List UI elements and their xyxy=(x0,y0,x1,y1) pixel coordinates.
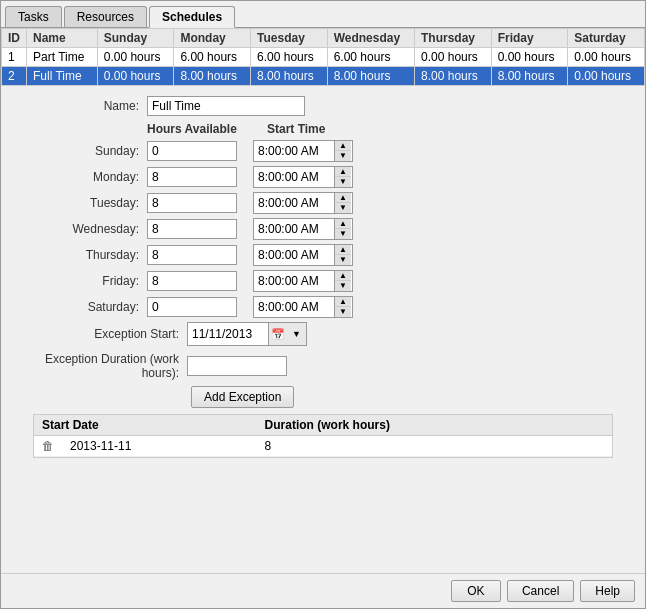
hours-input-5[interactable] xyxy=(147,271,237,291)
col-header-thursday: Thursday xyxy=(415,29,492,48)
day-row-4: Thursday:▲▼ xyxy=(17,244,629,266)
hours-input-0[interactable] xyxy=(147,141,237,161)
time-spinner-1: ▲▼ xyxy=(334,167,351,187)
time-spinner-5: ▲▼ xyxy=(334,271,351,291)
hours-available-label: Hours Available xyxy=(147,122,247,136)
main-window: Tasks Resources Schedules ID Name Sunday… xyxy=(0,0,646,609)
col-header-id: ID xyxy=(2,29,27,48)
time-spinner-0: ▲▼ xyxy=(334,141,351,161)
day-label-6: Saturday: xyxy=(17,300,147,314)
time-input-4[interactable] xyxy=(254,246,334,264)
time-up-btn-1[interactable]: ▲ xyxy=(335,167,351,177)
time-input-6[interactable] xyxy=(254,298,334,316)
hours-input-6[interactable] xyxy=(147,297,237,317)
time-down-btn-6[interactable]: ▼ xyxy=(335,307,351,317)
col-header-saturday: Saturday xyxy=(568,29,645,48)
time-input-1[interactable] xyxy=(254,168,334,186)
form-area: Name: Hours Available Start Time Sunday:… xyxy=(1,86,645,573)
tab-resources[interactable]: Resources xyxy=(64,6,147,27)
exception-table-row[interactable]: 🗑2013-11-118 xyxy=(34,436,612,457)
exception-duration-row: Exception Duration (work hours): xyxy=(17,352,629,380)
exception-start-input-wrap: 📅 ▼ xyxy=(187,322,307,346)
time-spinner-3: ▲▼ xyxy=(334,219,351,239)
time-up-btn-2[interactable]: ▲ xyxy=(335,193,351,203)
time-input-5[interactable] xyxy=(254,272,334,290)
name-label: Name: xyxy=(17,99,147,113)
schedule-table: ID Name Sunday Monday Tuesday Wednesday … xyxy=(1,28,645,86)
start-time-header-label: Start Time xyxy=(267,122,397,136)
day-row-6: Saturday:▲▼ xyxy=(17,296,629,318)
exception-duration-label: Exception Duration (work hours): xyxy=(17,352,187,380)
day-label-4: Thursday: xyxy=(17,248,147,262)
hours-input-4[interactable] xyxy=(147,245,237,265)
time-spinner-4: ▲▼ xyxy=(334,245,351,265)
table-row[interactable]: 2Full Time0.00 hours8.00 hours8.00 hours… xyxy=(2,67,645,86)
time-up-btn-6[interactable]: ▲ xyxy=(335,297,351,307)
col-header-name: Name xyxy=(27,29,98,48)
time-spinner-6: ▲▼ xyxy=(334,297,351,317)
exception-col-start-date: Start Date xyxy=(34,415,257,436)
hours-input-2[interactable] xyxy=(147,193,237,213)
ok-button[interactable]: OK xyxy=(451,580,501,602)
day-label-3: Wednesday: xyxy=(17,222,147,236)
calendar-button[interactable]: 📅 xyxy=(268,323,287,345)
exception-table-wrap: Start Date Duration (work hours) 🗑2013-1… xyxy=(33,414,613,458)
time-down-btn-0[interactable]: ▼ xyxy=(335,151,351,161)
time-spinner-2: ▲▼ xyxy=(334,193,351,213)
add-exception-button[interactable]: Add Exception xyxy=(191,386,294,408)
name-input[interactable] xyxy=(147,96,305,116)
day-row-2: Tuesday:▲▼ xyxy=(17,192,629,214)
time-wrap-0: ▲▼ xyxy=(253,140,353,162)
time-wrap-6: ▲▼ xyxy=(253,296,353,318)
time-up-btn-5[interactable]: ▲ xyxy=(335,271,351,281)
day-row-3: Wednesday:▲▼ xyxy=(17,218,629,240)
hours-section: Hours Available Start Time xyxy=(147,122,629,136)
time-wrap-2: ▲▼ xyxy=(253,192,353,214)
tab-bar: Tasks Resources Schedules xyxy=(1,1,645,28)
time-wrap-1: ▲▼ xyxy=(253,166,353,188)
time-input-3[interactable] xyxy=(254,220,334,238)
time-down-btn-2[interactable]: ▼ xyxy=(335,203,351,213)
exception-start-input[interactable] xyxy=(188,325,268,343)
col-header-friday: Friday xyxy=(491,29,568,48)
exception-duration: 8 xyxy=(257,436,612,457)
exception-start-label: Exception Start: xyxy=(17,327,187,341)
time-down-btn-4[interactable]: ▼ xyxy=(335,255,351,265)
exception-duration-input[interactable] xyxy=(187,356,287,376)
tab-tasks[interactable]: Tasks xyxy=(5,6,62,27)
day-label-1: Monday: xyxy=(17,170,147,184)
delete-icon[interactable]: 🗑 xyxy=(42,439,54,453)
hours-input-3[interactable] xyxy=(147,219,237,239)
cancel-button[interactable]: Cancel xyxy=(507,580,574,602)
tab-schedules[interactable]: Schedules xyxy=(149,6,235,28)
table-row[interactable]: 1Part Time0.00 hours6.00 hours6.00 hours… xyxy=(2,48,645,67)
exception-start-date: 2013-11-11 xyxy=(62,436,257,457)
time-down-btn-3[interactable]: ▼ xyxy=(335,229,351,239)
time-down-btn-5[interactable]: ▼ xyxy=(335,281,351,291)
date-dropdown-button[interactable]: ▼ xyxy=(287,323,306,345)
day-rows-container: Sunday:▲▼Monday:▲▼Tuesday:▲▼Wednesday:▲▼… xyxy=(17,140,629,318)
name-row: Name: xyxy=(17,96,629,116)
time-down-btn-1[interactable]: ▼ xyxy=(335,177,351,187)
col-header-monday: Monday xyxy=(174,29,251,48)
time-up-btn-3[interactable]: ▲ xyxy=(335,219,351,229)
exception-table: Start Date Duration (work hours) 🗑2013-1… xyxy=(34,415,612,457)
hours-input-1[interactable] xyxy=(147,167,237,187)
time-input-2[interactable] xyxy=(254,194,334,212)
exception-start-row: Exception Start: 📅 ▼ xyxy=(17,322,629,346)
time-up-btn-4[interactable]: ▲ xyxy=(335,245,351,255)
day-label-2: Tuesday: xyxy=(17,196,147,210)
hours-header: Hours Available Start Time xyxy=(147,122,629,136)
time-input-0[interactable] xyxy=(254,142,334,160)
day-label-0: Sunday: xyxy=(17,144,147,158)
time-wrap-5: ▲▼ xyxy=(253,270,353,292)
time-up-btn-0[interactable]: ▲ xyxy=(335,141,351,151)
day-row-1: Monday:▲▼ xyxy=(17,166,629,188)
col-header-tuesday: Tuesday xyxy=(251,29,328,48)
col-header-sunday: Sunday xyxy=(97,29,174,48)
col-header-wednesday: Wednesday xyxy=(327,29,414,48)
time-wrap-4: ▲▼ xyxy=(253,244,353,266)
footer: OK Cancel Help xyxy=(1,573,645,608)
help-button[interactable]: Help xyxy=(580,580,635,602)
content-area: ID Name Sunday Monday Tuesday Wednesday … xyxy=(1,28,645,573)
